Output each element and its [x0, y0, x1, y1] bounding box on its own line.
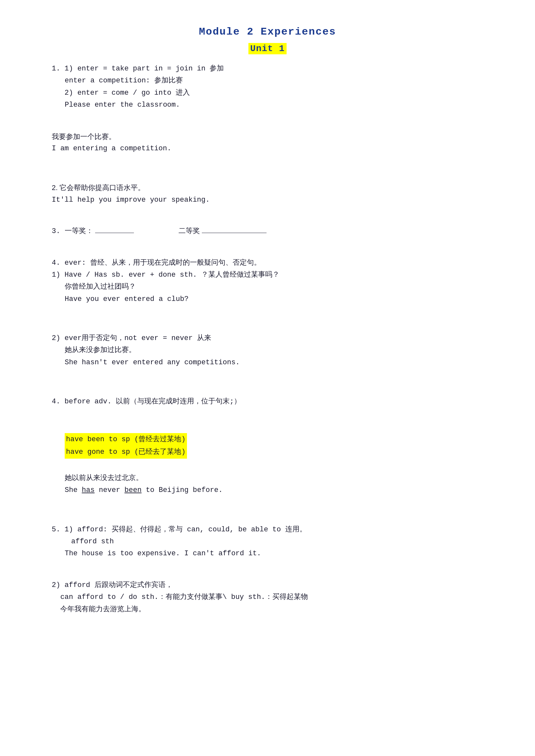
line-6-1: 4. before adv. 以前（与现在完成时连用，位于句末;）: [52, 395, 483, 408]
section-2: 2. 它会帮助你提高口语水平。 It'll help you improve y…: [52, 182, 483, 206]
unit-highlight-text: Unit 1: [248, 43, 287, 54]
chinese-line-1: 我要参加一个比赛。: [52, 131, 483, 143]
section-8: 5. 1) afford: 买得起、付得起，常与 can, could, be …: [52, 524, 483, 560]
line-2-1: 2. 它会帮助你提高口语水平。: [52, 182, 483, 194]
line-2-2: It'll help you improve your speaking.: [52, 194, 483, 206]
module-title: Module 2 Experiences: [52, 26, 483, 38]
section-3: 3. 一等奖： 二等奖: [52, 225, 483, 237]
line-7-2: She has never been to Beijing before.: [52, 484, 483, 496]
line-9-3: 今年我有能力去游览上海。: [52, 604, 483, 615]
section-chinese-1: 我要参加一个比赛。 I am entering a competition.: [52, 131, 483, 155]
word-been: been: [125, 486, 142, 494]
line-9-1: 2) afford 后跟动词不定式作宾语，: [52, 579, 483, 591]
line-4-2: 1) Have / Has sb. ever + done sth. ？某人曾经…: [52, 269, 483, 281]
section-7: 她以前从来没去过北京。 She has never been to Beijin…: [52, 472, 483, 497]
line-8-1: 5. 1) afford: 买得起、付得起，常与 can, could, be …: [52, 524, 483, 536]
line-1-1: 1. 1) enter = take part in = join in 参加: [52, 63, 483, 75]
line-5-1: 2) ever用于否定句，not ever = never 从来: [52, 332, 483, 344]
line-7-1: 她以前从来没去过北京。: [52, 472, 483, 484]
highlight-been: have been to sp (曾经去过某地): [65, 433, 187, 446]
line-5-3: She hasn't ever entered any competitions…: [52, 357, 483, 368]
section-1: 1. 1) enter = take part in = join in 参加 …: [52, 63, 483, 111]
highlight-section: have been to sp (曾经去过某地) have gone to sp…: [65, 433, 483, 459]
line-1-2: enter a competition: 参加比赛: [52, 75, 483, 87]
line-3-prizes: 3. 一等奖： 二等奖: [52, 225, 483, 237]
line-4-1: 4. ever: 曾经、从来，用于现在完成时的一般疑问句、否定句。: [52, 257, 483, 269]
blank-second-prize: [202, 233, 267, 233]
section-5: 2) ever用于否定句，not ever = never 从来 她从来没参加过…: [52, 332, 483, 368]
line-8-3: The house is too expensive. I can't affo…: [52, 548, 483, 559]
section-4: 4. ever: 曾经、从来，用于现在完成时的一般疑问句、否定句。 1) Hav…: [52, 257, 483, 306]
line-1-3: 2) enter = come / go into 进入: [52, 87, 483, 99]
blank-first-prize: [95, 233, 134, 233]
section-9: 2) afford 后跟动词不定式作宾语， can afford to / do…: [52, 579, 483, 615]
line-5-2: 她从来没参加过比赛。: [52, 344, 483, 356]
highlight-line-2: have gone to sp (已经去了某地): [65, 446, 483, 459]
line-1-4: Please enter the classroom.: [52, 99, 483, 111]
line-4-3: 你曾经加入过社团吗？: [52, 281, 483, 293]
section-6: 4. before adv. 以前（与现在完成时连用，位于句末;）: [52, 395, 483, 408]
highlight-line-1: have been to sp (曾经去过某地): [65, 433, 483, 446]
word-has: has: [82, 486, 95, 494]
english-line-1: I am entering a competition.: [52, 143, 483, 154]
line-8-2: afford sth: [52, 536, 483, 548]
line-9-2: can afford to / do sth.：有能力支付做某事\ buy st…: [52, 591, 483, 603]
line-4-4: Have you ever entered a club?: [52, 293, 483, 305]
unit-title: Unit 1: [52, 44, 483, 54]
highlight-gone: have gone to sp (已经去了某地): [65, 446, 187, 459]
